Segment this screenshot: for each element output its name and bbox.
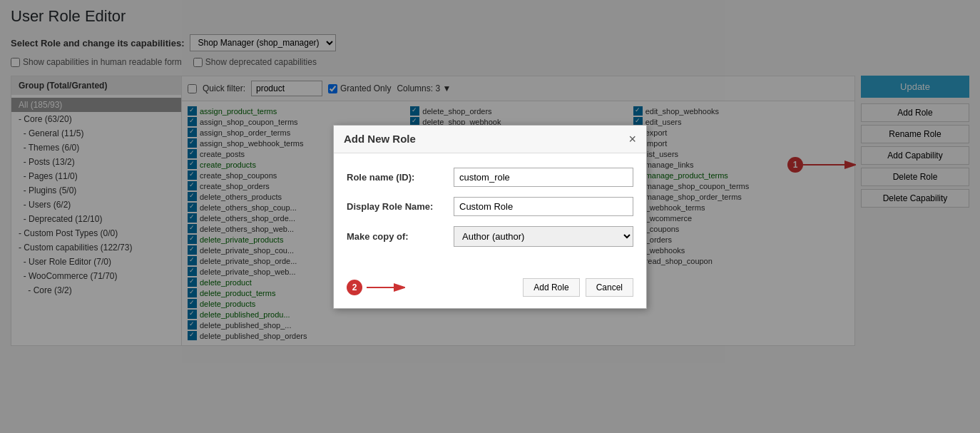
arrow-2 xyxy=(367,280,409,295)
modal-header: Add New Role × xyxy=(334,126,646,153)
modal-overlay: Add New Role × Role name (ID): Display R… xyxy=(0,0,980,433)
badge-2: 2 xyxy=(347,280,362,295)
modal-close-button[interactable]: × xyxy=(628,133,636,146)
modal-add-role-button[interactable]: Add Role xyxy=(523,278,579,297)
copy-of-label: Make copy of: xyxy=(347,231,454,242)
display-name-label: Display Role Name: xyxy=(347,201,454,212)
annotation-2-wrapper: 2 xyxy=(347,280,409,295)
display-name-input[interactable] xyxy=(454,197,633,216)
role-name-input[interactable] xyxy=(454,168,633,187)
modal-footer: 2 Add Role Cancel xyxy=(334,271,646,308)
copy-of-row: Make copy of: Author (author) Administra… xyxy=(347,226,633,247)
role-name-label: Role name (ID): xyxy=(347,172,454,183)
modal-body: Role name (ID): Display Role Name: Make … xyxy=(334,153,646,271)
copy-of-select[interactable]: Author (author) Administrator (administr… xyxy=(454,226,633,247)
modal-title: Add New Role xyxy=(344,133,416,145)
role-name-row: Role name (ID): xyxy=(347,168,633,187)
add-new-role-modal: Add New Role × Role name (ID): Display R… xyxy=(333,125,647,309)
display-name-row: Display Role Name: xyxy=(347,197,633,216)
modal-cancel-button[interactable]: Cancel xyxy=(586,278,633,297)
